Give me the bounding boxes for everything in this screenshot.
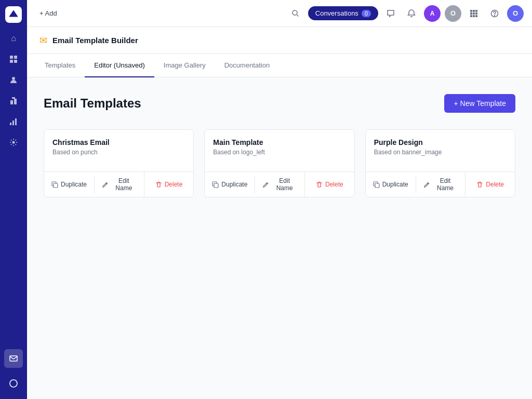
- help-button[interactable]: [486, 5, 503, 22]
- tab-templates[interactable]: Templates: [35, 54, 85, 77]
- card-actions: Duplicate Edit Name Delete: [44, 171, 193, 197]
- svg-rect-3: [14, 60, 17, 63]
- page-title: Email Templates: [44, 96, 141, 111]
- apps-button[interactable]: [466, 5, 482, 22]
- user-status-button[interactable]: O: [445, 5, 461, 22]
- delete-label: Delete: [325, 181, 343, 188]
- builder-header: ✉ Email Template Builder: [27, 27, 532, 54]
- edit-name-button[interactable]: Edit Name: [95, 172, 144, 197]
- delete-button[interactable]: Delete: [305, 176, 354, 193]
- main-content: + Add Conversations 0 A O: [27, 0, 532, 399]
- svg-rect-2: [10, 60, 13, 63]
- sidebar-item-settings[interactable]: [4, 133, 23, 152]
- tabs-bar: Templates Editor (Unsaved) Image Gallery…: [27, 54, 532, 77]
- add-button[interactable]: + Add: [35, 7, 61, 19]
- sidebar-item-email[interactable]: [4, 349, 23, 368]
- templates-grid: Christmas Email Based on punch Duplicate: [44, 129, 515, 197]
- svg-rect-17: [470, 12, 472, 15]
- tab-documentation[interactable]: Documentation: [215, 54, 279, 77]
- svg-rect-20: [470, 15, 472, 17]
- sidebar-item-organizations[interactable]: [4, 91, 23, 110]
- svg-rect-25: [54, 183, 58, 188]
- delete-button[interactable]: Delete: [466, 176, 515, 193]
- duplicate-button[interactable]: Duplicate: [366, 176, 416, 193]
- svg-point-11: [12, 141, 15, 144]
- conversations-badge: 0: [362, 10, 371, 17]
- user-avatar[interactable]: O: [507, 5, 524, 22]
- edit-name-label: Edit Name: [111, 177, 137, 192]
- email-icon: ✉: [39, 35, 47, 46]
- builder-title: Email Template Builder: [52, 36, 138, 45]
- svg-point-13: [292, 10, 297, 15]
- app-logo[interactable]: [5, 6, 22, 23]
- svg-rect-10: [15, 118, 17, 125]
- agent-status-button[interactable]: A: [424, 5, 441, 22]
- delete-button[interactable]: Delete: [144, 176, 194, 193]
- conversations-button[interactable]: Conversations 0: [308, 6, 378, 20]
- sidebar: ⌂: [0, 0, 27, 399]
- svg-rect-8: [10, 123, 11, 125]
- svg-rect-15: [473, 10, 475, 12]
- card-subtitle: Based on punch: [52, 149, 185, 156]
- template-card: Purple Design Based on banner_image Dupl…: [365, 129, 515, 197]
- sidebar-item-customers[interactable]: [4, 71, 23, 89]
- svg-rect-22: [475, 15, 477, 17]
- card-subtitle: Based on banner_image: [374, 149, 507, 156]
- card-title: Purple Design: [374, 138, 507, 147]
- top-navigation: + Add Conversations 0 A O: [27, 0, 532, 27]
- template-card: Main Template Based on logo_left Duplica…: [204, 129, 354, 197]
- card-actions: Duplicate Edit Name Delete: [205, 171, 354, 197]
- svg-point-24: [495, 15, 495, 16]
- svg-rect-21: [473, 15, 475, 17]
- duplicate-label: Duplicate: [382, 181, 408, 188]
- tab-image-gallery[interactable]: Image Gallery: [154, 54, 215, 77]
- search-button[interactable]: [287, 5, 304, 22]
- card-title: Main Template: [213, 138, 345, 147]
- svg-rect-5: [10, 100, 13, 104]
- sidebar-item-views[interactable]: [4, 50, 23, 69]
- sidebar-item-reports[interactable]: [4, 112, 23, 131]
- edit-name-button[interactable]: Edit Name: [255, 172, 305, 197]
- conversations-label: Conversations: [315, 9, 358, 17]
- svg-rect-6: [14, 99, 17, 104]
- chat-button[interactable]: [382, 5, 399, 22]
- sidebar-item-home[interactable]: ⌂: [4, 29, 23, 48]
- card-body: Main Template Based on logo_left: [205, 130, 354, 171]
- svg-rect-16: [475, 10, 477, 12]
- tab-editor-unsaved[interactable]: Editor (Unsaved): [85, 54, 154, 77]
- delete-label: Delete: [486, 181, 504, 188]
- card-body: Purple Design Based on banner_image: [366, 130, 515, 171]
- new-template-button[interactable]: + New Template: [444, 94, 515, 113]
- svg-rect-27: [375, 183, 379, 188]
- svg-point-4: [12, 77, 15, 80]
- notifications-button[interactable]: [403, 5, 420, 22]
- card-subtitle: Based on logo_left: [213, 149, 345, 156]
- svg-rect-0: [10, 56, 13, 59]
- svg-rect-7: [12, 97, 15, 99]
- svg-rect-14: [470, 10, 472, 12]
- edit-name-label: Edit Name: [433, 177, 458, 192]
- svg-rect-26: [214, 183, 218, 188]
- duplicate-button[interactable]: Duplicate: [205, 176, 255, 193]
- card-body: Christmas Email Based on punch: [44, 130, 193, 171]
- svg-rect-1: [14, 56, 17, 59]
- card-title: Christmas Email: [52, 138, 185, 147]
- svg-rect-19: [475, 12, 477, 15]
- svg-rect-12: [10, 356, 17, 361]
- page-content: Email Templates + New Template Christmas…: [27, 77, 532, 399]
- template-card: Christmas Email Based on punch Duplicate: [44, 129, 194, 197]
- duplicate-button[interactable]: Duplicate: [44, 176, 95, 193]
- duplicate-label: Duplicate: [61, 181, 87, 188]
- edit-name-label: Edit Name: [272, 177, 297, 192]
- page-header: Email Templates + New Template: [44, 94, 515, 113]
- card-actions: Duplicate Edit Name Delete: [366, 171, 515, 197]
- sidebar-item-zendesk[interactable]: [4, 374, 23, 393]
- duplicate-label: Duplicate: [221, 181, 247, 188]
- delete-label: Delete: [165, 181, 183, 188]
- edit-name-button[interactable]: Edit Name: [416, 172, 466, 197]
- svg-rect-9: [12, 121, 14, 125]
- svg-rect-18: [473, 12, 475, 15]
